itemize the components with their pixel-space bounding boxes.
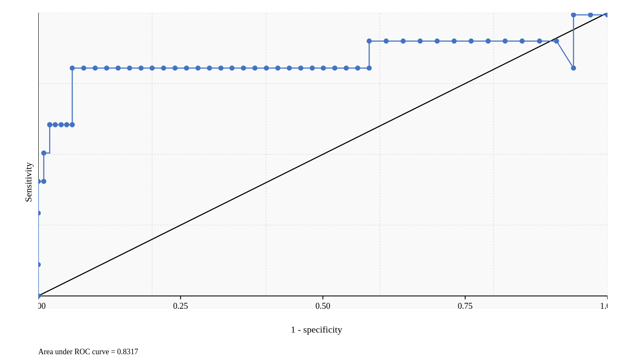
- roc-point: [127, 65, 132, 71]
- chart-area: 0.00 0.25 0.50 0.75 1.00 0.00 0.25 0.50: [38, 13, 607, 309]
- chart-container: Sensitivity 1 - specificity Area under R…: [0, 0, 633, 364]
- roc-point: [332, 65, 337, 71]
- roc-point: [64, 122, 69, 127]
- roc-point: [275, 65, 281, 71]
- roc-point: [184, 65, 189, 71]
- roc-point: [81, 65, 86, 71]
- roc-point: [321, 65, 326, 71]
- x-axis-label: 1 - specificity: [291, 324, 342, 335]
- xlabel-100: 1.00: [600, 301, 607, 309]
- roc-point: [196, 65, 201, 71]
- roc-point: [310, 65, 315, 71]
- roc-point: [70, 122, 75, 127]
- roc-point: [343, 65, 349, 71]
- roc-point: [207, 65, 212, 71]
- roc-point: [219, 65, 224, 71]
- roc-point: [264, 65, 269, 71]
- roc-point: [230, 65, 235, 71]
- roc-point: [173, 65, 178, 71]
- roc-point: [93, 65, 98, 71]
- roc-point: [47, 122, 52, 127]
- roc-point: [116, 65, 121, 71]
- roc-point: [104, 65, 109, 71]
- roc-point: [53, 122, 58, 127]
- roc-point: [502, 39, 508, 44]
- footnote: Area under ROC curve = 0.8317: [38, 347, 138, 356]
- roc-point: [468, 39, 474, 44]
- chart-background: [38, 13, 607, 309]
- roc-point: [417, 39, 423, 44]
- roc-point: [41, 179, 46, 184]
- xlabel-0: 0.00: [38, 301, 45, 309]
- roc-point: [253, 65, 258, 71]
- roc-point: [139, 65, 144, 71]
- roc-point: [287, 65, 292, 71]
- roc-point: [70, 65, 75, 71]
- roc-point: [161, 65, 166, 71]
- roc-point: [519, 39, 525, 44]
- roc-point: [434, 39, 440, 44]
- xlabel-75: 0.75: [458, 301, 473, 309]
- roc-point: [485, 39, 491, 44]
- roc-point: [241, 65, 246, 71]
- roc-point: [366, 65, 372, 71]
- xlabel-50: 0.50: [315, 301, 330, 309]
- roc-point: [150, 65, 155, 71]
- y-axis-label: Sensitivity: [23, 162, 34, 202]
- roc-point: [298, 65, 304, 71]
- roc-point: [451, 39, 457, 44]
- roc-point: [537, 39, 542, 44]
- roc-point: [366, 39, 372, 44]
- roc-point: [41, 150, 46, 155]
- chart-svg: 0.00 0.25 0.50 0.75 1.00 0.00 0.25 0.50: [38, 13, 607, 309]
- roc-point: [59, 122, 64, 127]
- roc-point: [383, 39, 389, 44]
- roc-point: [355, 65, 360, 71]
- roc-point: [400, 39, 406, 44]
- roc-point: [571, 65, 576, 71]
- xlabel-25: 0.25: [173, 301, 188, 309]
- roc-point: [554, 39, 559, 44]
